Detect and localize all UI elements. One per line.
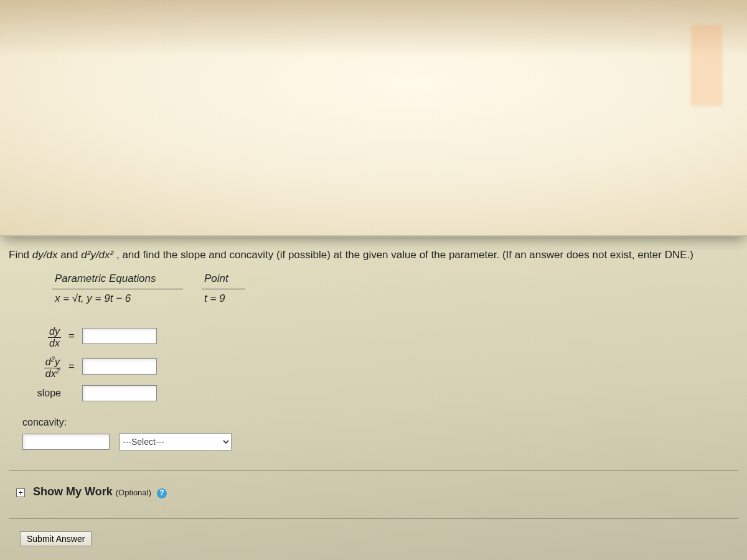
input-slope[interactable] <box>82 385 157 401</box>
paper-photo-backdrop <box>0 0 747 236</box>
input-d2y-dx2[interactable] <box>82 358 157 375</box>
prompt-d2y: d²y/dx² <box>81 249 113 261</box>
prompt-text-suffix: , and find the slope and concavity (if p… <box>116 249 693 261</box>
header-point: Point <box>202 269 245 290</box>
divider-2 <box>9 518 738 519</box>
equations-cell: x = √t, y = 9t − 6 <box>52 289 183 309</box>
select-concavity[interactable]: ---Select--- <box>120 433 232 450</box>
problem-prompt: Find dy/dx and d²y/dx² , and find the sl… <box>9 248 738 263</box>
answer-inputs: dy dx = d2y dx2 = slope <box>24 324 738 401</box>
help-icon[interactable]: ? <box>157 488 167 498</box>
concavity-block: concavity: ---Select--- <box>22 415 738 450</box>
point-cell: t = 9 <box>202 289 245 309</box>
prompt-text-prefix: Find <box>9 249 32 261</box>
problem-body: Find dy/dx and d²y/dx² , and find the sl… <box>0 236 747 553</box>
concavity-label: concavity: <box>22 415 738 429</box>
submit-answer-button[interactable]: Submit Answer <box>20 531 92 546</box>
input-concavity[interactable] <box>22 434 110 450</box>
show-my-work-row[interactable]: + Show My Work (Optional) ? <box>16 483 738 500</box>
given-table: Parametric Equations Point x = √t, y = 9… <box>52 269 245 309</box>
show-my-work-title: Show My Work <box>33 485 113 498</box>
prompt-text-and: and <box>60 249 81 261</box>
label-dy-dx: dy dx <box>24 324 61 348</box>
header-parametric: Parametric Equations <box>52 269 183 290</box>
prompt-dy: dy/dx <box>32 249 58 261</box>
equals-1: = <box>67 329 76 344</box>
divider <box>9 470 738 471</box>
expand-icon[interactable]: + <box>16 488 25 497</box>
equals-2: = <box>67 359 76 375</box>
label-slope: slope <box>24 386 61 400</box>
show-my-work-optional: (Optional) <box>116 488 151 497</box>
input-dy-dx[interactable] <box>82 328 157 344</box>
label-d2y-dx2: d2y dx2 <box>24 355 61 379</box>
